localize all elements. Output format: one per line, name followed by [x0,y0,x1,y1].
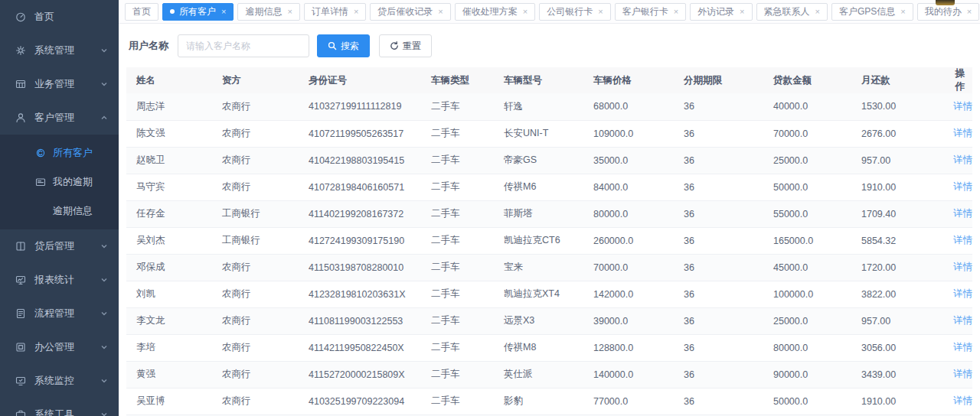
monitor-icon [15,375,27,387]
cell-monthly-payment: 1530.00 [851,93,943,120]
detail-link[interactable]: 详情 [953,181,972,192]
sidebar-subitem[interactable]: 逾期信息 [0,197,119,226]
column-header: 操作 [943,67,972,93]
tab-close-icon[interactable]: × [967,8,972,16]
sidebar-subitem[interactable]: 我的逾期 [0,167,119,197]
tab-close-icon[interactable]: × [740,8,744,16]
chevron-down-icon [100,343,108,351]
tab[interactable]: 订单详情 × [304,3,366,21]
sidebar-subitem-label: 逾期信息 [53,204,93,218]
detail-link[interactable]: 详情 [953,262,972,272]
sidebar-item[interactable]: 系统监控 [0,364,119,398]
tab[interactable]: 逾期信息 × [237,3,299,21]
cell-vehicle-price: 77000.0 [583,388,674,414]
tab[interactable]: 外访记录 × [690,3,752,21]
tab[interactable]: 客户GPS信息 × [831,3,913,21]
detail-link[interactable]: 详情 [953,128,972,138]
sidebar-item-label: 办公管理 [34,340,74,354]
search-form: 用户名称 搜索 重置 [119,24,980,67]
tab-close-icon[interactable]: × [674,8,678,16]
cell-vehicle-price: 70000.0 [583,254,674,281]
cell-loan-amount: 55000.0 [763,200,851,227]
tab[interactable]: 客户银行卡 × [615,3,686,21]
detail-link[interactable]: 详情 [953,154,972,165]
tab-label: 订单详情 [312,5,348,18]
cell-term: 36 [674,147,763,174]
column-header: 贷款金额 [763,67,851,93]
cell-name: 吴亚博 [126,388,212,414]
tab-label: 公司银行卡 [547,5,593,18]
sidebar-item[interactable]: 客户管理 [0,101,119,135]
table-row: 刘凯 农商行 41232819810203631X 二手车 凯迪拉克XT4 14… [126,281,972,307]
tab-close-icon[interactable]: × [287,8,292,16]
detail-link[interactable]: 详情 [953,315,972,326]
sidebar-item[interactable]: 业务管理 [0,67,119,101]
cell-vehicle-type: 二手车 [421,388,494,414]
table-row: 赵晓卫 农商行 410422198803195415 二手车 帝豪GS 3500… [126,147,972,174]
column-header: 资方 [212,67,299,93]
sidebar-item[interactable]: 办公管理 [0,330,119,364]
detail-link[interactable]: 详情 [953,101,972,112]
tab[interactable]: 催收处理方案 × [455,3,535,21]
sidebar-subitem[interactable]: 所有客户 [0,138,119,167]
detail-link[interactable]: 详情 [953,288,972,299]
table-row: 陈文强 农商行 410721199505263517 二手车 长安UNI-T 1… [126,120,972,147]
reset-button[interactable]: 重置 [379,34,432,57]
tab[interactable]: 贷后催收记录 × [370,3,450,21]
tab-bar: 首页 × 所有客户 × 逾期信息 × 订单详情 × 贷后催收记录 [119,0,980,24]
cell-vehicle-model: 轩逸 [494,93,583,120]
tools-icon [15,409,27,416]
flow-icon [15,308,27,320]
tab[interactable]: 公司银行卡 × [539,3,610,21]
detail-link[interactable]: 详情 [953,208,972,219]
search-input[interactable] [178,34,309,57]
tab-close-icon[interactable]: × [598,8,603,16]
tab-close-icon[interactable]: × [354,8,358,16]
sidebar-item[interactable]: 系统工具 [0,398,119,416]
tab[interactable]: 首页 × [125,3,158,21]
detail-link[interactable]: 详情 [953,369,972,379]
tab-close-icon[interactable]: × [438,8,443,16]
sidebar-item[interactable]: 流程管理 [0,297,119,330]
cell-vehicle-type: 二手车 [421,254,494,281]
cell-monthly-payment: 2676.00 [851,120,943,147]
cell-id-number: 411081199003122553 [299,307,421,334]
sidebar-item[interactable]: 首页 [0,0,119,34]
office-icon [15,342,27,353]
chevron-down-icon [100,411,108,416]
cell-vehicle-model: 凯迪拉克CT6 [494,227,583,254]
tab-close-icon[interactable]: × [815,8,820,16]
cell-loan-amount: 25000.0 [763,147,851,174]
table-row: 马守宾 农商行 410728198406160571 二手车 传祺M6 8400… [126,174,972,200]
tab-close-icon[interactable]: × [523,8,528,16]
grid-icon [15,79,27,90]
column-header: 车辆型号 [494,67,583,93]
sidebar-item[interactable]: 系统管理 [0,34,119,67]
refresh-icon [390,41,399,50]
cell-vehicle-model: 凯迪拉克XT4 [494,281,583,307]
search-button[interactable]: 搜索 [317,34,370,57]
avatar[interactable] [936,0,955,5]
detail-link[interactable]: 详情 [953,235,972,245]
tab-label: 紧急联系人 [764,5,810,18]
columns-icon [15,241,27,252]
tab-close-icon[interactable]: × [900,8,905,16]
tab-close-icon[interactable]: × [221,8,226,16]
sidebar-item-label: 业务管理 [34,77,74,91]
table-row: 周志洋 农商行 410327199111112819 二手车 轩逸 68000.… [126,93,972,120]
cell-vehicle-type: 二手车 [421,174,494,200]
sidebar-item[interactable]: 报表统计 [0,263,119,297]
sidebar-item[interactable]: 贷后管理 [0,229,119,263]
sidebar-item-label: 系统工具 [34,408,74,416]
cell-name: 黄强 [126,361,212,388]
app-window: 首页 系统管理 业务管理 客户管理 [0,0,980,416]
cell-term: 36 [674,254,763,281]
tab[interactable]: 紧急联系人 × [756,3,828,21]
cell-name: 周志洋 [126,93,212,120]
cell-monthly-payment: 3056.00 [851,334,943,361]
detail-link[interactable]: 详情 [953,342,972,353]
tab[interactable]: 所有客户 × [162,3,234,21]
detail-link[interactable]: 详情 [953,395,972,406]
cell-monthly-payment: 1910.00 [851,388,943,414]
cell-vehicle-price: 68000.0 [583,93,674,120]
